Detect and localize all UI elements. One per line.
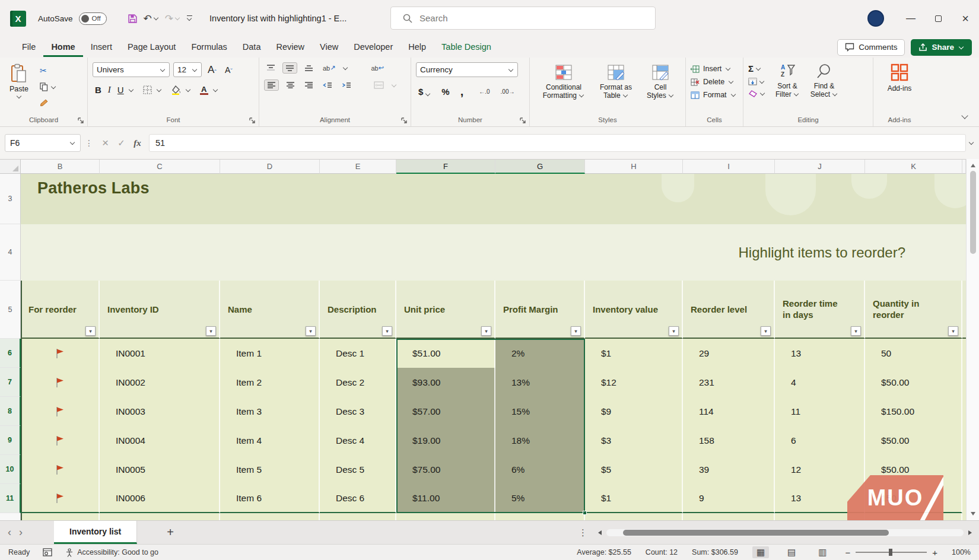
merge-center-button[interactable]	[371, 80, 386, 90]
cell-for-reorder[interactable]	[21, 455, 100, 484]
cell-unit-price[interactable]: $19.00	[396, 426, 495, 455]
row-header-9[interactable]: 9	[0, 426, 21, 455]
cell-description[interactable]: Desc 5	[320, 455, 396, 484]
normal-view-button[interactable]: ▦	[752, 546, 769, 558]
share-button[interactable]: Share	[911, 39, 972, 56]
cell-unit-price-active[interactable]: $51.00	[396, 339, 495, 368]
close-button[interactable]: ×	[952, 5, 979, 31]
underline-menu-caret[interactable]	[128, 87, 133, 91]
cell-reorder-time[interactable]: 13	[775, 339, 865, 368]
customize-toolbar-button[interactable]	[185, 14, 194, 23]
merge-center-caret[interactable]	[392, 82, 396, 87]
addins-button[interactable]: Add-ins	[878, 62, 921, 95]
header-reorder-time[interactable]: Reorder time in days▾	[775, 281, 865, 339]
autosave-toggle[interactable]: Off	[79, 12, 107, 25]
zoom-in-button[interactable]: +	[932, 548, 937, 558]
cell-inventory-value[interactable]: $5	[585, 455, 683, 484]
filter-button[interactable]: ▾	[948, 326, 958, 336]
header-description[interactable]: Description▾	[320, 281, 396, 339]
cell-profit-margin[interactable]: 13%	[495, 368, 585, 397]
cell-inventory-value[interactable]: $9	[585, 397, 683, 426]
clipboard-dialog-launcher[interactable]	[78, 116, 85, 123]
cut-button[interactable]: ✂	[38, 65, 58, 77]
cell-profit-margin[interactable]: 2%	[495, 339, 585, 368]
tab-table-design[interactable]: Table Design	[434, 38, 499, 57]
cell-reorder-level[interactable]: 231	[683, 368, 775, 397]
filter-button[interactable]: ▾	[481, 326, 491, 336]
collapse-ribbon-button[interactable]	[961, 111, 968, 122]
excel-logo-icon[interactable]: X	[10, 11, 26, 27]
borders-button[interactable]	[141, 84, 154, 96]
fill-color-button[interactable]	[169, 84, 183, 96]
cell-inventory-id[interactable]: IN0004	[100, 426, 220, 455]
scroll-right-icon[interactable]	[968, 530, 972, 535]
filter-button[interactable]: ▾	[761, 326, 771, 336]
font-color-button[interactable]: A	[198, 84, 211, 96]
cell-for-reorder[interactable]	[21, 484, 100, 513]
cell-reorder-time[interactable]: 11	[775, 397, 865, 426]
top-align-button[interactable]	[264, 63, 278, 73]
page-layout-view-button[interactable]: ▤	[783, 546, 800, 558]
cell-reorder-time[interactable]: 4	[775, 368, 865, 397]
row-header-4[interactable]: 4	[0, 224, 21, 281]
cell-description[interactable]: Desc 3	[320, 397, 396, 426]
decrease-decimal-button[interactable]: .00→	[498, 87, 517, 96]
cell-for-reorder[interactable]	[21, 397, 100, 426]
header-name[interactable]: Name▾	[220, 281, 320, 339]
scroll-up-icon[interactable]	[971, 164, 975, 167]
bottom-align-button[interactable]	[302, 63, 316, 73]
select-all-corner[interactable]	[0, 160, 21, 174]
scroll-left-icon[interactable]	[598, 530, 602, 535]
vertical-scrollbar[interactable]	[966, 159, 979, 520]
cell-description[interactable]: Desc 6	[320, 484, 396, 513]
format-cells-button[interactable]: Format	[691, 91, 739, 99]
row-header-8[interactable]: 8	[0, 397, 21, 426]
column-header-c[interactable]: C	[100, 160, 220, 174]
save-button[interactable]	[126, 12, 139, 25]
column-header-e[interactable]: E	[320, 160, 396, 174]
accounting-format-button[interactable]: $	[416, 85, 433, 98]
align-center-button[interactable]	[284, 80, 297, 90]
cell-inventory-id[interactable]: IN0005	[100, 455, 220, 484]
zoom-out-button[interactable]: −	[845, 548, 850, 558]
column-header-f[interactable]: F	[396, 160, 495, 174]
tabbar-more-icon[interactable]: ⋮	[578, 527, 587, 538]
header-profit-margin[interactable]: Profit Margin▾	[495, 281, 585, 339]
header-quantity[interactable]: Quantity in reorder▾	[865, 281, 962, 339]
user-avatar[interactable]	[867, 10, 884, 27]
status-sum[interactable]: Sum: $306.59	[692, 548, 738, 556]
minimize-button[interactable]: —	[897, 5, 924, 31]
cell-reorder-time[interactable]: 12	[775, 455, 865, 484]
percent-style-button[interactable]: %	[439, 85, 452, 98]
increase-decimal-button[interactable]: ←.0	[476, 87, 492, 96]
header-for-reorder[interactable]: For reorder▾	[21, 281, 100, 339]
cell-reorder-time[interactable]: 6	[775, 426, 865, 455]
cell-reorder-level[interactable]: 39	[683, 455, 775, 484]
accessibility-status[interactable]: Accessibility: Good to go	[65, 548, 158, 557]
column-header-g[interactable]: G	[495, 160, 585, 174]
new-sheet-button[interactable]: +	[158, 526, 182, 539]
increase-indent-button[interactable]	[339, 80, 354, 90]
maximize-button[interactable]	[924, 5, 952, 31]
fill-handle[interactable]	[583, 511, 587, 515]
tab-page-layout[interactable]: Page Layout	[120, 38, 183, 57]
tab-data[interactable]: Data	[235, 38, 269, 57]
cell-profit-margin[interactable]: 5%	[495, 484, 585, 513]
cell-reorder-level[interactable]: 158	[683, 426, 775, 455]
cell-name[interactable]: Item 4	[220, 426, 320, 455]
comments-button[interactable]: Comments	[837, 39, 905, 56]
cell-name[interactable]: Item 3	[220, 397, 320, 426]
tab-developer[interactable]: Developer	[346, 38, 401, 57]
clear-button[interactable]	[748, 90, 765, 97]
zoom-level[interactable]: 100%	[952, 548, 971, 556]
scroll-down-icon[interactable]	[971, 512, 975, 516]
cell-inventory-id[interactable]: IN0006	[100, 484, 220, 513]
cell-for-reorder[interactable]	[21, 368, 100, 397]
row-header-7[interactable]: 7	[0, 368, 21, 397]
comma-style-button[interactable]: ,	[458, 84, 466, 100]
filter-button[interactable]: ▾	[306, 326, 316, 336]
column-header-h[interactable]: H	[585, 160, 683, 174]
sheet-tab-inventory-list[interactable]: Inventory list	[54, 521, 137, 544]
banner-cell[interactable]: Highlight items to reorder?	[21, 224, 966, 281]
cell-quantity[interactable]: $150.00	[865, 397, 962, 426]
